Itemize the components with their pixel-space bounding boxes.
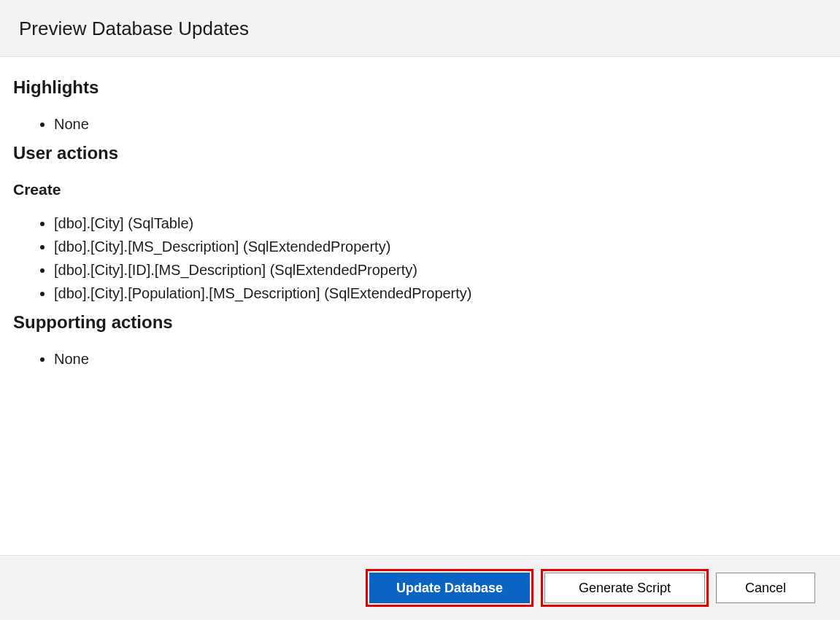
list-item: [dbo].[City].[ID].[MS_Description] (SqlE…: [54, 258, 827, 282]
create-list: [dbo].[City] (SqlTable) [dbo].[City].[MS…: [54, 212, 827, 305]
list-item: None: [54, 347, 827, 371]
dialog-footer: Update Database Generate Script Cancel: [0, 555, 840, 620]
highlights-heading: Highlights: [13, 77, 827, 98]
create-heading: Create: [13, 181, 827, 198]
list-item: [dbo].[City] (SqlTable): [54, 212, 827, 235]
list-item: None: [54, 112, 827, 136]
highlight-frame-generate: Generate Script: [541, 569, 709, 607]
generate-script-button[interactable]: Generate Script: [544, 573, 705, 603]
user-actions-heading: User actions: [13, 143, 827, 163]
list-item: [dbo].[City].[Population].[MS_Descriptio…: [54, 282, 827, 305]
supporting-actions-list: None: [54, 347, 827, 371]
highlights-list: None: [54, 112, 827, 136]
content-area: Highlights None User actions Create [dbo…: [0, 57, 840, 555]
dialog-header: Preview Database Updates: [0, 0, 840, 57]
supporting-actions-heading: Supporting actions: [13, 312, 827, 333]
highlight-frame-update: Update Database: [366, 569, 533, 607]
cancel-button[interactable]: Cancel: [716, 573, 815, 603]
list-item: [dbo].[City].[MS_Description] (SqlExtend…: [54, 235, 827, 258]
dialog-title: Preview Database Updates: [19, 18, 821, 40]
update-database-button[interactable]: Update Database: [369, 573, 530, 603]
